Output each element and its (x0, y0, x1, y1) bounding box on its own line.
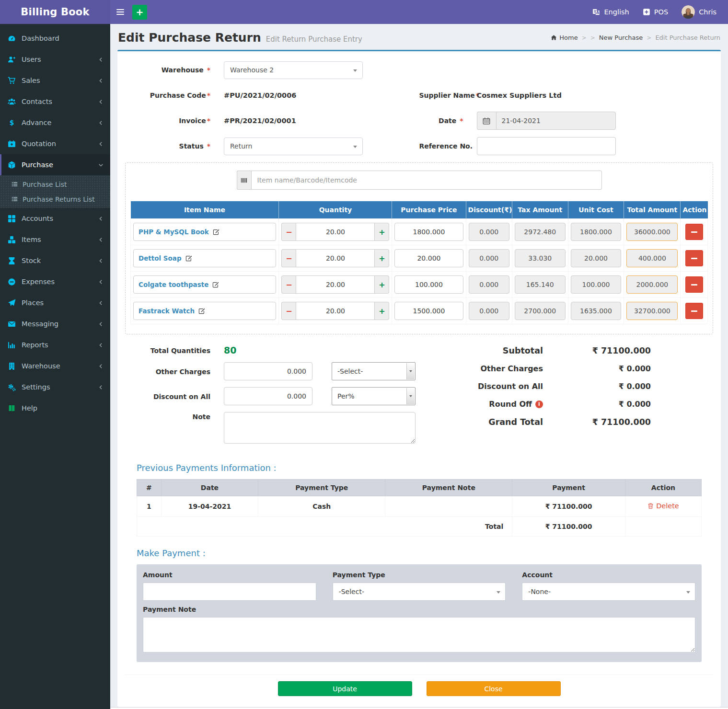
sidebar-item-dashboard[interactable]: Dashboard (0, 28, 110, 49)
quantity-input[interactable] (296, 223, 375, 241)
quantity-input[interactable] (296, 249, 375, 267)
quantity-decrease-button[interactable]: − (281, 223, 296, 241)
payment-date: 19-04-2021 (161, 496, 258, 517)
page-title: Edit Purchase Return (118, 31, 261, 45)
advance-icon: $ (7, 119, 16, 127)
close-button[interactable]: Close (427, 681, 561, 696)
edit-item-icon[interactable] (212, 281, 219, 288)
sidebar-toggle-button[interactable] (110, 0, 130, 24)
date-input[interactable] (496, 112, 616, 130)
sidebar-item-messaging[interactable]: Messaging (0, 313, 110, 334)
summary-row: Other Charges ₹ 0.000 (416, 364, 651, 373)
sidebar-item-settings[interactable]: Settings (0, 377, 110, 398)
barcode-addon (237, 171, 251, 190)
pos-button[interactable]: POS (636, 0, 675, 24)
supplier-name-value: Cosmex Suppliers Ltd (477, 91, 562, 99)
sidebar-item-purchase-list[interactable]: Purchase List (0, 177, 110, 192)
payment-amount-input[interactable] (143, 583, 316, 601)
sidebar-item-purchase-returns-list[interactable]: Purchase Returns List (0, 192, 110, 206)
reference-no-input[interactable] (477, 137, 616, 155)
quantity-input[interactable] (296, 275, 375, 294)
svg-text:$: $ (10, 119, 14, 126)
payment-type-select[interactable]: -Select- (333, 583, 506, 601)
user-menu[interactable]: Chris (675, 0, 723, 24)
edit-purchase-return-box: Warehouse * Warehouse 2 Purchase Code* #… (117, 50, 721, 707)
summary-row: Round Off i ₹ 0.000 (416, 400, 651, 409)
quantity-decrease-button[interactable]: − (281, 249, 296, 267)
item-name-link[interactable]: Dettol Soap (139, 254, 182, 262)
quantity-increase-button[interactable]: + (375, 275, 389, 294)
quantity-increase-button[interactable]: + (375, 302, 389, 320)
list-icon (11, 196, 18, 202)
sidebar-item-users[interactable]: Users (0, 49, 110, 70)
item-name-link[interactable]: Colgate toothpaste (139, 281, 208, 288)
discount-type-select[interactable]: Per% (332, 387, 416, 405)
sidebar-item-expenses[interactable]: Expenses (0, 271, 110, 292)
tax-amount-value: 33.030 (515, 249, 566, 267)
chevron-left-icon (98, 99, 104, 104)
note-textarea[interactable] (224, 412, 416, 444)
delete-payment-button[interactable]: Delete (647, 502, 679, 510)
purchase-price-input[interactable] (394, 302, 463, 320)
item-name-link[interactable]: Fastrack Watch (139, 307, 195, 315)
edit-item-icon[interactable] (185, 255, 192, 262)
edit-item-icon[interactable] (213, 229, 220, 235)
items-table-header: Item NameQuantity Purchase PriceDiscount… (131, 201, 708, 219)
remove-item-button[interactable] (685, 250, 703, 266)
status-select[interactable]: Return (224, 137, 363, 155)
sidebar-item-warehouse[interactable]: Warehouse (0, 355, 110, 377)
purchase-price-input[interactable] (394, 223, 463, 241)
quick-add-button[interactable]: + (132, 5, 147, 20)
update-button[interactable]: Update (278, 681, 412, 696)
discount-on-all-input[interactable] (224, 387, 312, 405)
purchase-price-input[interactable] (394, 275, 463, 294)
svg-text:A: A (596, 11, 600, 15)
quantity-decrease-button[interactable]: − (281, 275, 296, 294)
other-charges-input[interactable] (224, 362, 312, 380)
page-subtitle: Edit Return Purchase Entry (266, 35, 362, 44)
sidebar-item-contacts[interactable]: Contacts (0, 91, 110, 112)
remove-item-button[interactable] (685, 224, 703, 240)
quantity-input[interactable] (296, 302, 375, 320)
breadcrumb-home-link[interactable]: Home (551, 34, 578, 41)
sidebar-item-items[interactable]: Items (0, 229, 110, 250)
quantity-increase-button[interactable]: + (375, 223, 389, 241)
purchase-icon (7, 161, 16, 169)
payment-note-textarea[interactable] (143, 617, 695, 652)
sidebar-item-purchase[interactable]: Purchase (0, 154, 110, 175)
sidebar-item-help[interactable]: Help (0, 398, 110, 419)
sidebar-item-stock[interactable]: Stock (0, 250, 110, 271)
other-charges-select[interactable]: -Select- (332, 362, 416, 380)
top-navbar: Billing Book + A English POS Chris (0, 0, 728, 24)
payment-account-select[interactable]: -None- (522, 583, 695, 601)
breadcrumb-parent-link[interactable]: New Purchase (599, 34, 643, 41)
sidebar-item-reports[interactable]: Reports (0, 334, 110, 355)
payment-type: Cash (258, 496, 385, 517)
home-icon (551, 34, 557, 41)
round-off-info-icon[interactable]: i (535, 400, 543, 408)
sidebar-item-accounts[interactable]: Accounts (0, 208, 110, 229)
list-icon (11, 181, 18, 187)
calendar-icon (483, 117, 490, 125)
sidebar-item-places[interactable]: Places (0, 292, 110, 313)
messaging-icon (7, 320, 16, 328)
item-search-input[interactable] (251, 171, 602, 190)
chevron-left-icon (98, 237, 104, 242)
language-menu[interactable]: A English (586, 0, 636, 24)
quantity-increase-button[interactable]: + (375, 249, 389, 267)
remove-item-button[interactable] (685, 303, 703, 319)
warehouse-select[interactable]: Warehouse 2 (224, 61, 363, 79)
purchase-price-input[interactable] (394, 249, 463, 267)
quantity-decrease-button[interactable]: − (281, 302, 296, 320)
sidebar-item-quotation[interactable]: Quotation (0, 133, 110, 154)
calendar-addon[interactable] (477, 112, 496, 130)
item-name-box: Fastrack Watch (133, 302, 276, 320)
items-table: Item NameQuantity Purchase PriceDiscount… (130, 201, 708, 324)
item-name-link[interactable]: PHP & MySQL Book (139, 228, 209, 236)
sidebar-item-advance[interactable]: $ Advance (0, 112, 110, 133)
chevron-left-icon (98, 120, 104, 126)
brand-logo[interactable]: Billing Book (0, 0, 110, 24)
remove-item-button[interactable] (685, 276, 703, 293)
edit-item-icon[interactable] (198, 308, 205, 314)
sidebar-item-sales[interactable]: Sales (0, 70, 110, 91)
